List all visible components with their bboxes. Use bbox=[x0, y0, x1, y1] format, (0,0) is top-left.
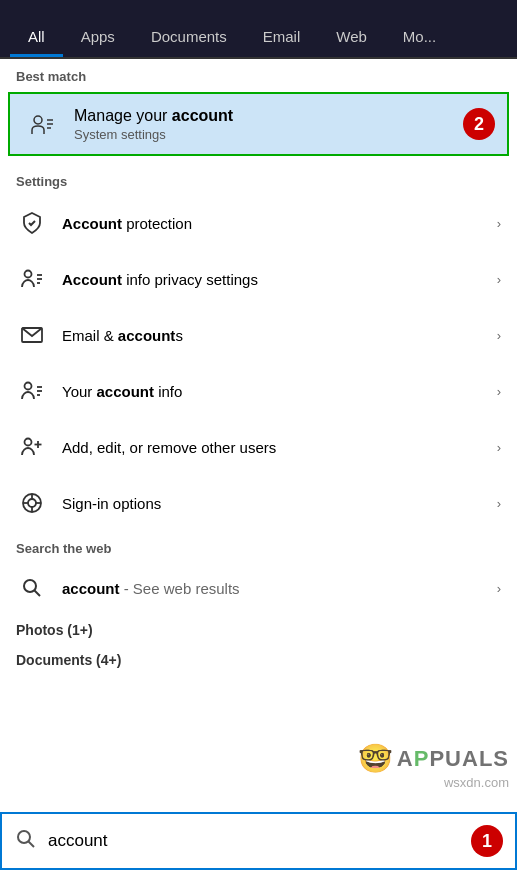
svg-point-18 bbox=[28, 499, 36, 507]
tab-bar: All Apps Documents Email Web Mo... bbox=[0, 0, 517, 59]
appuals-logo-text: APPUALS bbox=[397, 746, 509, 772]
account-info-icon bbox=[16, 263, 48, 295]
appuals-character-icon: 🤓 bbox=[358, 742, 393, 775]
tab-more[interactable]: Mo... bbox=[385, 18, 454, 57]
step-badge-1: 1 bbox=[471, 825, 503, 857]
svg-point-25 bbox=[18, 831, 30, 843]
search-results: Best match Manage your account System se… bbox=[0, 59, 517, 674]
setting-label-your-account-info: Your account info bbox=[62, 383, 497, 400]
search-bar-icon bbox=[14, 827, 38, 856]
svg-line-24 bbox=[35, 591, 41, 597]
search-input[interactable] bbox=[48, 831, 463, 851]
tab-email[interactable]: Email bbox=[245, 18, 319, 57]
chevron-icon-5: › bbox=[497, 440, 501, 455]
sign-in-icon bbox=[16, 487, 48, 519]
web-search-item[interactable]: account - See web results › bbox=[0, 562, 517, 614]
setting-add-remove-users[interactable]: Add, edit, or remove other users › bbox=[0, 419, 517, 475]
svg-point-5 bbox=[25, 271, 32, 278]
setting-label-account-protection: Account protection bbox=[62, 215, 497, 232]
setting-email-accounts[interactable]: Email & accounts › bbox=[0, 307, 517, 363]
tab-all[interactable]: All bbox=[10, 18, 63, 57]
documents-section[interactable]: Documents (4+) bbox=[0, 644, 517, 674]
photos-section[interactable]: Photos (1+) bbox=[0, 614, 517, 644]
setting-sign-in-options[interactable]: Sign-in options › bbox=[0, 475, 517, 531]
manage-account-icon bbox=[22, 104, 62, 144]
shield-icon bbox=[16, 207, 48, 239]
tab-web[interactable]: Web bbox=[318, 18, 385, 57]
search-web-icon bbox=[16, 572, 48, 604]
setting-label-email-accounts: Email & accounts bbox=[62, 327, 497, 344]
best-match-subtitle: System settings bbox=[74, 127, 455, 142]
svg-point-0 bbox=[34, 116, 42, 124]
tab-apps[interactable]: Apps bbox=[63, 18, 133, 57]
web-search-text: account - See web results bbox=[62, 580, 497, 597]
chevron-icon-4: › bbox=[497, 384, 501, 399]
svg-point-14 bbox=[25, 439, 32, 446]
best-match-text: Manage your account System settings bbox=[74, 107, 455, 142]
tab-documents[interactable]: Documents bbox=[133, 18, 245, 57]
svg-line-26 bbox=[29, 841, 35, 847]
svg-point-23 bbox=[24, 580, 36, 592]
best-match-header: Best match bbox=[0, 59, 517, 90]
web-search-header: Search the web bbox=[0, 531, 517, 562]
setting-label-account-info-privacy: Account info privacy settings bbox=[62, 271, 497, 288]
appuals-logo: 🤓 APPUALS bbox=[358, 742, 509, 775]
chevron-icon-3: › bbox=[497, 328, 501, 343]
setting-account-protection[interactable]: Account protection › bbox=[0, 195, 517, 251]
setting-your-account-info[interactable]: Your account info › bbox=[0, 363, 517, 419]
search-bar: 1 bbox=[0, 812, 517, 870]
setting-label-add-remove-users: Add, edit, or remove other users bbox=[62, 439, 497, 456]
chevron-icon-6: › bbox=[497, 496, 501, 511]
chevron-icon-web: › bbox=[497, 581, 501, 596]
email-icon bbox=[16, 319, 48, 351]
watermark-site: wsxdn.com bbox=[358, 775, 509, 790]
setting-account-info-privacy[interactable]: Account info privacy settings › bbox=[0, 251, 517, 307]
best-match-item[interactable]: Manage your account System settings 2 bbox=[8, 92, 509, 156]
step-badge-2: 2 bbox=[463, 108, 495, 140]
svg-point-10 bbox=[25, 383, 32, 390]
add-user-icon bbox=[16, 431, 48, 463]
chevron-icon-2: › bbox=[497, 272, 501, 287]
best-match-title: Manage your account bbox=[74, 107, 455, 125]
settings-header: Settings bbox=[0, 164, 517, 195]
chevron-icon: › bbox=[497, 216, 501, 231]
watermark: 🤓 APPUALS wsxdn.com bbox=[358, 742, 509, 790]
your-account-icon bbox=[16, 375, 48, 407]
setting-label-sign-in-options: Sign-in options bbox=[62, 495, 497, 512]
